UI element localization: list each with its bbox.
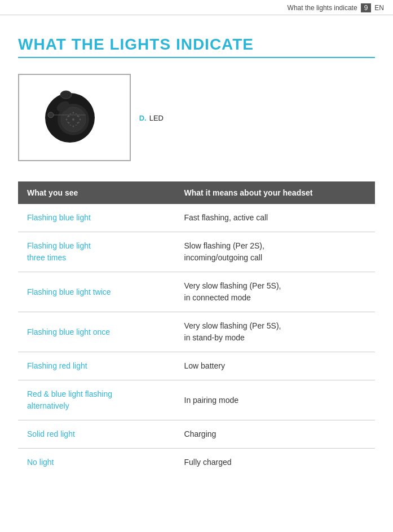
cell-see-4: Flashing red light: [18, 352, 175, 380]
cell-means-4: Low battery: [175, 352, 375, 380]
lights-table: What you see What it means about your he…: [18, 181, 375, 476]
language-label: EN: [374, 4, 384, 12]
svg-point-3: [72, 118, 74, 121]
table-header-row: What you see What it means about your he…: [18, 181, 375, 204]
svg-point-17: [67, 122, 68, 123]
table-row: Flashing blue light twiceVery slow flash…: [18, 272, 375, 312]
table-row: Flashing blue light onceVery slow flashi…: [18, 312, 375, 352]
headset-svg: [35, 81, 114, 154]
svg-point-15: [76, 125, 77, 126]
cell-see-5: Red & blue light flashingalternatively: [18, 380, 175, 420]
svg-point-21: [60, 91, 72, 99]
headset-visual: D. LED: [19, 75, 130, 160]
svg-point-10: [73, 112, 74, 113]
led-prefix: D.: [139, 113, 147, 122]
table-row: Solid red lightCharging: [18, 420, 375, 449]
main-content: WHAT THE LIGHTS INDICATE: [0, 15, 393, 494]
svg-point-18: [78, 116, 80, 117]
table-row: Flashing blue lightthree timesSlow flash…: [18, 232, 375, 272]
cell-means-1: Slow flashing (Per 2S),incoming/outgoing…: [175, 232, 375, 272]
section-title-header: What the lights indicate: [288, 4, 357, 12]
cell-means-5: In pairing mode: [175, 380, 375, 420]
table-row: Flashing red lightLow battery: [18, 352, 375, 380]
table-row: Red & blue light flashingalternativelyIn…: [18, 380, 375, 420]
cell-see-6: Solid red light: [18, 420, 175, 449]
svg-point-11: [73, 125, 74, 127]
col-means-header: What it means about your headset: [175, 181, 375, 204]
svg-point-19: [78, 122, 80, 123]
table-row: No lightFully charged: [18, 449, 375, 477]
cell-means-0: Fast flashing, active call: [175, 204, 375, 232]
led-text: LED: [149, 113, 164, 122]
svg-point-13: [76, 113, 77, 114]
page-title: WHAT THE LIGHTS INDICATE: [18, 36, 375, 58]
cell-means-7: Fully charged: [175, 449, 375, 477]
headset-image-box: D. LED: [18, 74, 131, 161]
table-row: Flashing blue lightFast flashing, active…: [18, 204, 375, 232]
cell-see-3: Flashing blue light once: [18, 312, 175, 352]
svg-point-16: [67, 116, 68, 117]
cell-means-2: Very slow flashing (Per 5S),in connected…: [175, 272, 375, 312]
cell-see-0: Flashing blue light: [18, 204, 175, 232]
svg-point-20: [48, 112, 54, 118]
cell-see-7: No light: [18, 449, 175, 477]
led-label: D. LED: [139, 113, 164, 122]
cell-means-6: Charging: [175, 420, 375, 449]
page-info: What the lights indicate 9 EN: [288, 3, 384, 12]
cell-means-3: Very slow flashing (Per 5S),in stand-by …: [175, 312, 375, 352]
page-header: What the lights indicate 9 EN: [0, 0, 393, 15]
page-number: 9: [361, 3, 372, 12]
svg-point-8: [66, 118, 68, 120]
svg-point-9: [80, 118, 81, 120]
col-see-header: What you see: [18, 181, 175, 204]
cell-see-1: Flashing blue lightthree times: [18, 232, 175, 272]
svg-point-14: [70, 125, 71, 126]
cell-see-2: Flashing blue light twice: [18, 272, 175, 312]
svg-point-12: [70, 113, 71, 114]
